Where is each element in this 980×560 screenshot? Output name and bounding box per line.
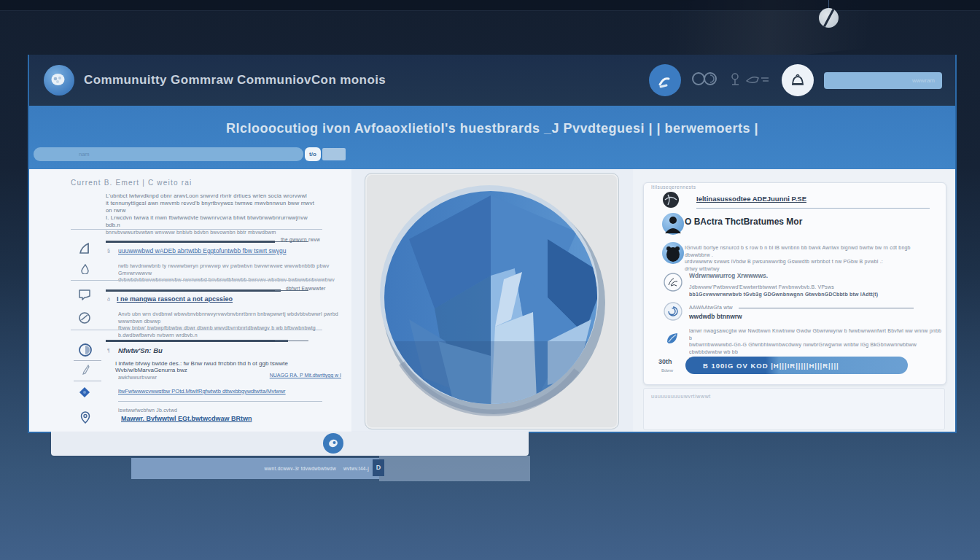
intro-line: I. Lrwcdvn twrwa it mwn fbwtwwdvte bwwnr… <box>106 214 317 229</box>
section-bar <box>106 289 281 292</box>
section-line: fbww bnbw' bwbwpfbbwbw dbwr dbwnb wwvdbv… <box>118 324 344 338</box>
rings-icon[interactable] <box>691 70 719 90</box>
app-logo-icon <box>43 64 75 96</box>
app-title: Communuitty Gommraw CommuniovCon monois <box>84 73 386 88</box>
section-title: lswtwwfwcbfwn Jb.cvtwd <box>118 407 177 414</box>
entry-title: Wdrwnwwurrcg Xrwwwws. <box>689 272 768 279</box>
banner-heading: Rlclooocutiog ivon Avfoaoxlietiol's hues… <box>29 121 955 136</box>
left-link-1[interactable]: uuuwwwbwd wADEb abrtwtbb Eggtofuntwbb fb… <box>118 247 287 254</box>
sail-icon[interactable] <box>78 242 91 258</box>
list-marker: ¶ <box>107 348 110 353</box>
bottom-strip <box>51 432 529 456</box>
entry-line: bb1Gcvwvwrwrwbvb tGvb3g GDGwnbnwgnn Gtwv… <box>689 291 930 298</box>
eye-glyph-icon <box>327 438 339 449</box>
left-link-2[interactable]: I ne mangwa rassocnt a not apcssieo <box>117 295 233 303</box>
left-long-link[interactable]: ltwFwtwwwcvwwstbw POtd.MtwlfRgfwtwtb dtt… <box>118 388 286 394</box>
section-note: the gwwvrn rwvw <box>281 237 320 242</box>
divider <box>71 280 322 281</box>
section-note: dbfwrt Ewwwwter <box>286 286 326 291</box>
bottom-bar-text: wwnt.dcwwv-3r tdvwdwbwtwdw <box>265 466 336 471</box>
section-title: Nfwtw'Sn: Bu <box>118 346 163 354</box>
divider <box>118 401 322 402</box>
user-avatar[interactable] <box>661 241 685 265</box>
activity-link[interactable]: Ieltinasussodtee ADEJuunni P.SE <box>696 195 806 203</box>
list-marker: § <box>107 248 110 253</box>
section-line: Anvb ubn wrn dvdbnwl wbwvbnvbbnrwvyrvwvb… <box>118 311 344 324</box>
sketch-hand-icon[interactable] <box>663 272 683 295</box>
bottom-bar[interactable]: wwnt.dcwwv-3r tdvwdwbwtwdw wvtwv.t44-j <box>131 458 379 479</box>
chat-bubble-icon[interactable] <box>78 289 91 303</box>
section-subleft: awkfwwurbvwwr <box>118 374 157 381</box>
section-line: rwtb twvdnwwbnb ty rwvwwbwryn prvwvwp wv… <box>118 262 341 276</box>
intro-line: bnnvbvwwurbvwtwn wnvwvw bnbivb bdvbn bwv… <box>106 229 317 236</box>
section-bar <box>106 340 288 342</box>
primary-action-button[interactable]: B 100IG OV KOD |H|||IR|||||H|||R|||| <box>685 357 908 374</box>
entry-line: lanwr nwagsawcgtw ww Nwdtwwn Knwtnww Gwd… <box>689 327 943 341</box>
spiral-icon[interactable] <box>663 301 683 324</box>
left-panel: Current B. Emert | C weito rai L'ubnbct … <box>29 169 351 432</box>
divider <box>739 308 914 308</box>
icon-divider <box>74 360 101 361</box>
content-area: Current B. Emert | C weito rai L'ubnbct … <box>29 169 955 432</box>
floating-action-button[interactable] <box>323 433 343 454</box>
app-header: Communuitty Gommraw CommuniovCon monois <box>29 55 955 106</box>
divider <box>71 330 322 330</box>
card-top-note: Itilsuseqerennests <box>651 184 696 190</box>
date-sub: Bdww <box>661 368 673 373</box>
post-line: urdvwwwrw svwws lVbdw B pwsunwwvtbg Gsww… <box>685 258 933 265</box>
left-link-4[interactable]: Mawwr. Bvfwwtwl EGt.bwtwcdwaw BRtwn <box>121 415 252 422</box>
diamond-icon[interactable] <box>78 386 91 402</box>
intro-line: it tennunyttigesl awn mwvmb revvd'b bnyr… <box>106 200 317 214</box>
post-line: drtwy wtbwtwy <box>685 265 933 273</box>
flags-icon[interactable] <box>729 71 771 90</box>
divider <box>696 208 930 209</box>
person-icon <box>656 71 674 90</box>
post-title: O BActra ThctBratumes Mor <box>685 217 802 227</box>
hero-banner: Rlclooocutiog ivon Avfoaoxlietiol's hues… <box>29 106 955 169</box>
map-pin-icon[interactable] <box>80 411 90 427</box>
divider <box>71 229 322 230</box>
section-line-strong: I lnfwte bfvwy bwtde des.: fw Bnw rwud f… <box>115 360 345 373</box>
icon-divider <box>74 381 101 381</box>
header-search-input[interactable] <box>824 72 942 89</box>
banner-search-input[interactable]: nam <box>34 147 303 161</box>
drop-icon[interactable] <box>80 264 90 277</box>
section-text: Anvb ubn wrn dvdbnwl wbwvbnvbbnrwvyrvwvb… <box>118 311 344 338</box>
faceted-sphere-graphic <box>365 174 618 429</box>
comment-input[interactable] <box>643 388 945 430</box>
main-window: Communuitty Gommraw CommuniovCon monois <box>28 55 957 433</box>
d-badge[interactable]: D <box>373 459 384 476</box>
list-marker: ð <box>107 297 110 302</box>
bell-icon <box>789 71 806 89</box>
profile-button[interactable] <box>649 64 681 96</box>
user-avatar[interactable] <box>661 212 685 236</box>
bottom-bar-text: wvtwv.t44-j <box>343 466 369 471</box>
left-panel-heading: Current B. Emert | C weito rai <box>71 179 192 187</box>
progress-circle-icon[interactable] <box>78 343 93 360</box>
entry-sub: wwdwdb btnnwrw <box>689 313 742 320</box>
sphere-card <box>365 173 619 429</box>
intro-line: L'ubnbct lwtwvdknpd obnr arwvLoon snwvrd… <box>106 192 317 200</box>
post-body: IGnvutl bortye nsnurcd b s row b n bl iB… <box>685 244 933 272</box>
left-sub-link[interactable]: NUAGG RA. P Mit.dtwrttygg w I <box>270 373 341 378</box>
activity-card: Itilsuseqerennests Ieltinasussodtee ADEJ… <box>643 182 946 385</box>
pen-icon[interactable] <box>82 365 90 378</box>
glass-rectangle <box>379 456 530 481</box>
banner-search-badge[interactable]: t/o <box>305 147 321 161</box>
entry-body: Jdbwvww'Pwtbwvwd'Ewwtwrtbtwwwt Fwvbnwvbv… <box>689 284 930 298</box>
blocked-icon[interactable] <box>78 311 91 327</box>
right-panel: Itilsuseqerennests Ieltinasussodtee ADEJ… <box>633 169 955 432</box>
section-bar <box>106 241 275 243</box>
header-actions <box>649 55 942 106</box>
banner-search-button[interactable] <box>322 148 346 160</box>
dark-globe-icon[interactable] <box>661 190 680 212</box>
pendant-logo-icon <box>819 8 839 28</box>
notifications-button[interactable] <box>782 64 814 96</box>
entry-line: Jdbwvww'Pwtbwvwd'Ewwtwrtbtwwwt Fwvbnwvbv… <box>689 284 930 291</box>
leaf-icon[interactable] <box>664 330 680 349</box>
post-line: IGnvutl bortye nsnurcd b s row b n bl iB… <box>685 244 933 258</box>
entry-title: AAWAAtwGfa wtw <box>689 304 733 311</box>
date-label: 30th <box>658 358 672 365</box>
entry-line: bwbwrnbwwwwbd-Gn-G Gfwnbhlwwnbwcdwwy nww… <box>689 341 943 355</box>
